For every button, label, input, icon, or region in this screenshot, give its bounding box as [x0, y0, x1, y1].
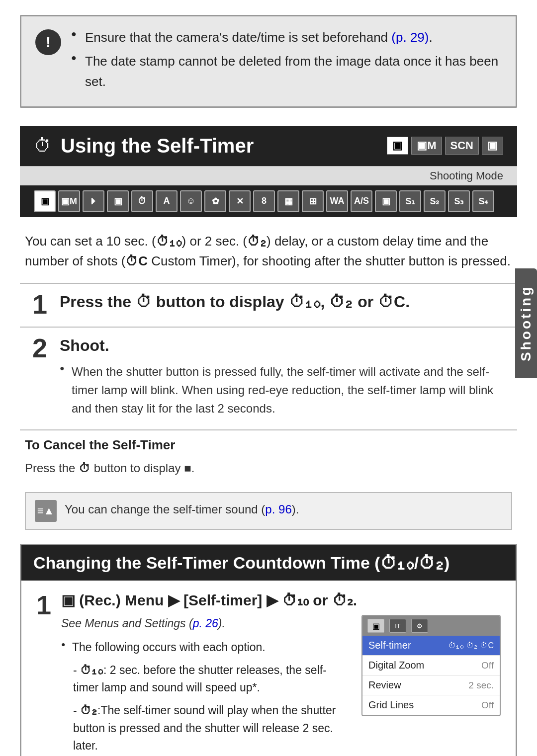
icon-s1: S₁ — [399, 190, 421, 212]
icon-s4: S₄ — [472, 190, 494, 212]
warning-symbol: ! — [46, 34, 51, 51]
cam-tab-rec: ▣ — [367, 619, 384, 633]
sidebar-tab: Shooting — [515, 268, 537, 378]
mode-badge-cm: ▣M — [411, 137, 442, 155]
link-p29[interactable]: (p. 29) — [391, 30, 429, 45]
step-2-number: 2 — [20, 328, 60, 366]
icon-grid: ▦ — [277, 190, 299, 212]
bullet-main-1: The following occurs with each option. — [61, 639, 350, 657]
menu-value-selftimer: ⏱₁₀ ⏱₂ ⏱C — [448, 641, 494, 650]
icon-pan: ⊞ — [302, 190, 324, 212]
menu-row-digitalzoom: Digital Zoom Off — [362, 656, 500, 675]
two-col-right: ▣ IT ⚙ Self-timer ⏱₁₀ ⏱₂ ⏱C Digital Zoom — [361, 615, 506, 716]
link-p26[interactable]: p. 26 — [193, 617, 218, 630]
warning-icon: ! — [35, 29, 61, 55]
menu-label-digitalzoom: Digital Zoom — [368, 660, 481, 671]
countdown-see: See Menus and Settings (p. 26). — [61, 615, 350, 633]
menu-row-review: Review 2 sec. — [362, 675, 500, 695]
menu-row-gridlines: Grid Lines Off — [362, 695, 500, 715]
menu-label-gridlines: Grid Lines — [368, 699, 481, 711]
icon-vid: ⏵ — [83, 190, 104, 212]
icon-sq: ▣ — [107, 190, 129, 212]
warning-item-1: Ensure that the camera's date/time is se… — [71, 27, 502, 47]
intro-paragraph: You can set a 10 sec. (⏱₁₀) or 2 sec. (⏱… — [20, 231, 517, 271]
warning-item-2: The date stamp cannot be deleted from th… — [71, 51, 502, 91]
icon-as: A/S — [351, 190, 372, 212]
icon-s2: S₂ — [424, 190, 446, 212]
menu-value-gridlines: Off — [481, 700, 494, 711]
camera-menu-tabs: ▣ IT ⚙ — [362, 616, 500, 636]
page-container: ! Ensure that the camera's date/time is … — [0, 0, 537, 756]
shooting-mode-row: Shooting Mode — [20, 166, 517, 185]
step-2-title: Shoot. — [60, 336, 512, 356]
icon-row: ▣ ▣M ⏵ ▣ ⏱ A ☺ ✿ ✕ 8 ▦ ⊞ WA A/S ▣ S₁ S₂ … — [20, 185, 517, 217]
icon-auto: ▣ — [34, 190, 56, 212]
step-2-content: Shoot. When the shutter button is presse… — [60, 328, 517, 429]
self-timer-icon: ⏱ — [34, 135, 52, 156]
cancel-body: Press the ⏱ button to display ■. — [20, 459, 517, 484]
step-2-body: When the shutter button is pressed fully… — [60, 362, 512, 418]
icon-x: ✕ — [229, 190, 251, 212]
menu-value-review: 2 sec. — [468, 680, 494, 691]
warning-text: Ensure that the camera's date/time is se… — [71, 27, 502, 95]
note-row: ≡▲ You can change the self-timer sound (… — [25, 492, 512, 530]
icon-wa: WA — [326, 190, 348, 212]
note-text: You can change the self-timer sound (p. … — [65, 500, 299, 518]
mode-badge-extra: ▣ — [482, 137, 503, 155]
menu-label-selftimer: Self-timer — [368, 640, 448, 651]
mode-badge-auto: ▣ — [387, 137, 408, 155]
countdown-step-title: ▣ (Rec.) Menu ▶ [Self-timer] ▶ ⏱₁₀ or ⏱₂… — [61, 591, 506, 609]
icon-timer: ⏱ — [131, 190, 153, 212]
dash-option-2: ⏱₂:The self-timer sound will play when t… — [73, 702, 350, 755]
camera-menu-screenshot: ▣ IT ⚙ Self-timer ⏱₁₀ ⏱₂ ⏱C Digital Zoom — [361, 615, 501, 716]
countdown-step-content: ▣ (Rec.) Menu ▶ [Self-timer] ▶ ⏱₁₀ or ⏱₂… — [61, 589, 511, 756]
menu-label-review: Review — [368, 679, 468, 691]
mode-badge-scn: SCN — [445, 137, 479, 155]
menu-row-selftimer: Self-timer ⏱₁₀ ⏱₂ ⏱C — [362, 636, 500, 656]
shooting-modes: ▣ ▣M SCN ▣ — [387, 137, 503, 155]
step-1-content: Press the ⏱ button to display ⏱₁₀, ⏱₂ or… — [60, 284, 517, 327]
countdown-step-num: 1 — [26, 589, 61, 618]
icon-cm: ▣M — [58, 190, 80, 212]
section-title: Using the Self-Timer — [61, 135, 378, 157]
icon-8: 8 — [253, 190, 275, 212]
link-p96[interactable]: p. 96 — [265, 503, 291, 516]
countdown-box: Changing the Self-Timer Countdown Time (… — [20, 544, 517, 756]
icon-flower: ✿ — [204, 190, 226, 212]
cam-tab-set: ⚙ — [411, 619, 428, 633]
countdown-header: Changing the Self-Timer Countdown Time (… — [21, 545, 516, 581]
step-1-title: Press the ⏱ button to display ⏱₁₀, ⏱₂ or… — [60, 292, 512, 313]
sidebar-label: Shooting — [518, 285, 534, 361]
dash-option-1: ⏱₁₀: 2 sec. before the shutter releases,… — [73, 662, 350, 697]
countdown-step-1: 1 ▣ (Rec.) Menu ▶ [Self-timer] ▶ ⏱₁₀ or … — [21, 581, 516, 756]
step-1-number: 1 — [20, 284, 60, 323]
step-2-detail: When the shutter button is pressed fully… — [60, 362, 512, 418]
menu-value-digitalzoom: Off — [481, 660, 494, 671]
icon-s3: S₃ — [448, 190, 470, 212]
step-2-row: 2 Shoot. When the shutter button is pres… — [20, 327, 517, 429]
cam-tab-it: IT — [389, 619, 406, 633]
two-col-left: See Menus and Settings (p. 26). The foll… — [61, 615, 350, 756]
two-col-layout: See Menus and Settings (p. 26). The foll… — [61, 615, 506, 756]
icon-sq2: ▣ — [375, 190, 397, 212]
icon-face: ☺ — [180, 190, 202, 212]
icon-a: A — [156, 190, 178, 212]
note-icon: ≡▲ — [35, 500, 57, 522]
section-header: ⏱ Using the Self-Timer ▣ ▣M SCN ▣ — [20, 126, 517, 166]
cancel-title: To Cancel the Self-Timer — [20, 429, 517, 456]
step-1-row: 1 Press the ⏱ button to display ⏱₁₀, ⏱₂ … — [20, 283, 517, 327]
warning-box: ! Ensure that the camera's date/time is … — [20, 15, 517, 108]
shooting-mode-label: Shooting Mode — [430, 169, 503, 182]
